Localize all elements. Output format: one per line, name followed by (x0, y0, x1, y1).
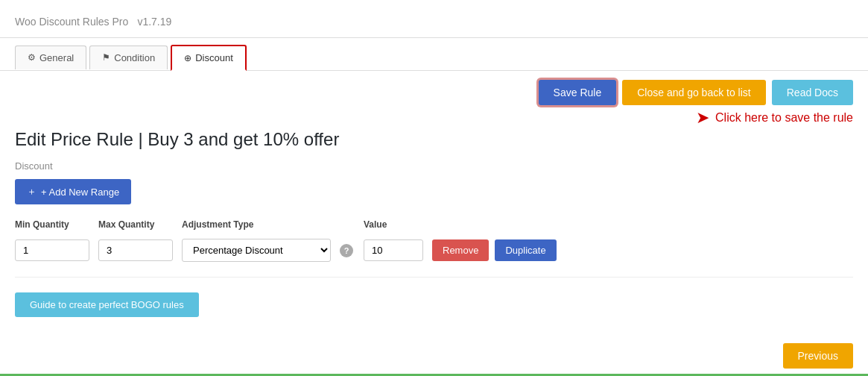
page-title: Edit Price Rule | Buy 3 and get 10% offe… (15, 129, 853, 150)
app-title: Woo Discount Rules Pro v1.7.19 (15, 10, 853, 30)
main-content: Edit Price Rule | Buy 3 and get 10% offe… (0, 114, 868, 332)
save-rule-button[interactable]: Save Rule (539, 80, 617, 105)
general-icon: ⚙ (28, 52, 36, 63)
adj-type-select[interactable]: Percentage Discount Fixed Discount Fixed… (182, 239, 331, 262)
tab-discount-label: Discount (195, 52, 233, 63)
app-header: Woo Discount Rules Pro v1.7.19 (0, 0, 868, 38)
page-wrapper: Woo Discount Rules Pro v1.7.19 ⚙ General… (0, 0, 868, 376)
value-input[interactable] (364, 239, 423, 261)
tab-general-label: General (39, 52, 74, 63)
click-hint-text: Click here to save the rule (715, 111, 853, 125)
row-actions: Remove Duplicate (432, 239, 557, 261)
min-qty-input[interactable] (15, 239, 89, 261)
add-range-label: + Add New Range (41, 187, 119, 198)
footer-bar: Previous (768, 336, 868, 376)
min-qty-header: Min Quantity (15, 219, 89, 230)
close-list-button[interactable]: Close and go back to list (622, 80, 766, 105)
add-range-button[interactable]: ＋ + Add New Range (15, 179, 131, 204)
tab-general[interactable]: ⚙ General (15, 46, 86, 69)
app-version: v1.7.19 (137, 16, 171, 28)
discount-icon: ⊕ (184, 53, 191, 63)
remove-button[interactable]: Remove (432, 239, 489, 261)
divider (15, 277, 853, 278)
plus-icon: ＋ (27, 185, 37, 198)
value-header: Value (364, 219, 423, 230)
condition-icon: ⚑ (102, 52, 110, 63)
previous-button[interactable]: Previous (783, 343, 853, 369)
tab-discount[interactable]: ⊕ Discount (171, 45, 247, 71)
table-headers: Min Quantity Max Quantity Adjustment Typ… (15, 219, 853, 233)
arrow-icon: ➤ (696, 108, 709, 128)
read-docs-button[interactable]: Read Docs (772, 80, 853, 105)
guide-button[interactable]: Guide to create perfect BOGO rules (15, 292, 199, 317)
discount-section-label: Discount (15, 160, 853, 172)
duplicate-button[interactable]: Duplicate (495, 239, 556, 261)
app-title-text: Woo Discount Rules Pro (15, 16, 128, 28)
max-qty-header: Max Quantity (98, 219, 173, 230)
max-qty-input[interactable] (98, 239, 173, 261)
tab-condition-label: Condition (114, 52, 155, 63)
table-row: Percentage Discount Fixed Discount Fixed… (15, 239, 853, 262)
tabs-bar: ⚙ General ⚑ Condition ⊕ Discount (0, 38, 868, 71)
adj-type-header: Adjustment Type (182, 219, 331, 230)
tab-condition[interactable]: ⚑ Condition (89, 46, 168, 69)
click-hint: ➤ Click here to save the rule (696, 108, 853, 128)
help-icon[interactable]: ? (340, 244, 353, 257)
